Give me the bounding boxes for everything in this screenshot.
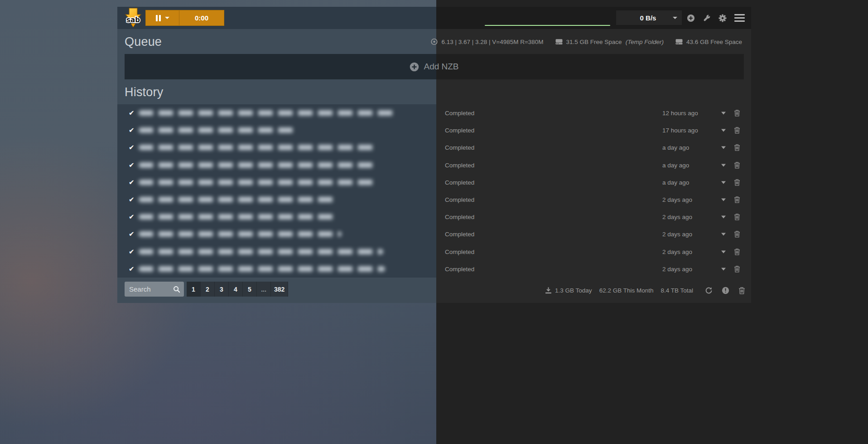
row-actions-caret-icon[interactable] — [721, 216, 726, 219]
status-dot-icon — [431, 38, 438, 45]
hdd-temp-icon — [555, 39, 563, 45]
wrench-icon[interactable] — [703, 14, 711, 22]
history-status: Completed — [445, 110, 474, 117]
row-delete-button[interactable] — [734, 144, 740, 151]
history-title: History — [125, 85, 163, 99]
queue-section-header: Queue 6.13 | 3.67 | 3.28 | V=4985M R=380… — [117, 29, 751, 54]
speed-limit-dropdown[interactable]: 0 B/s — [616, 10, 682, 25]
row-delete-button[interactable] — [734, 179, 740, 186]
queue-stats: 6.13 | 3.67 | 3.28 | V=4985M R=380M 31.5… — [431, 38, 742, 45]
history-row[interactable]: ✔ Completed 17 hours ago — [117, 122, 751, 139]
add-nzb-plus-icon[interactable] — [687, 14, 695, 22]
row-delete-button[interactable] — [734, 265, 740, 273]
pagination-page-1[interactable]: 1 — [187, 282, 201, 297]
pagination: 12345...382 — [187, 282, 288, 297]
download-name-redacted[interactable] — [139, 180, 377, 185]
top-toolbar: sab sab 0:00 0 B/s — [117, 7, 751, 29]
row-actions-caret-icon[interactable] — [721, 164, 726, 166]
speed-graph-line — [485, 25, 610, 26]
history-totals: 1.3 GB Today 62.2 GB This Month 8.4 TB T… — [545, 278, 745, 303]
completed-check-icon: ✔ — [129, 161, 135, 169]
sabnzbd-main-window: sab sab 0:00 0 B/s — [117, 7, 751, 303]
history-age: 2 days ago — [662, 248, 692, 255]
row-actions-caret-icon[interactable] — [721, 181, 726, 184]
plus-circle-icon — [410, 62, 419, 72]
total-today: 1.3 GB Today — [555, 287, 592, 294]
total-month: 62.2 GB This Month — [599, 287, 654, 294]
row-delete-button[interactable] — [734, 248, 740, 255]
pause-icon — [156, 15, 161, 21]
pagination-ellipsis: ... — [257, 282, 271, 297]
history-status: Completed — [445, 231, 474, 238]
row-delete-button[interactable] — [734, 230, 740, 238]
total-alltime: 8.4 TB Total — [661, 287, 693, 294]
history-row[interactable]: ✔ Completed a day ago — [117, 174, 751, 191]
completed-check-icon: ✔ — [129, 230, 135, 238]
row-actions-caret-icon[interactable] — [721, 129, 726, 132]
pagination-page-382[interactable]: 382 — [271, 282, 288, 297]
row-actions-caret-icon[interactable] — [721, 199, 726, 201]
history-row[interactable]: ✔ Completed a day ago — [117, 156, 751, 174]
pause-dropdown-caret-icon[interactable] — [165, 17, 169, 19]
search-input[interactable] — [125, 285, 173, 293]
history-age: a day ago — [662, 179, 689, 185]
row-actions-caret-icon[interactable] — [721, 112, 726, 115]
add-nzb-button[interactable]: Add NZB — [125, 54, 744, 79]
pagination-page-2[interactable]: 2 — [201, 282, 215, 297]
add-nzb-label: Add NZB — [424, 62, 458, 72]
row-actions-caret-icon[interactable] — [721, 250, 726, 253]
download-name-redacted[interactable] — [139, 214, 336, 220]
history-age: 2 days ago — [662, 196, 692, 203]
history-row[interactable]: ✔ Completed 12 hours ago — [117, 104, 751, 122]
pause-timer-button[interactable]: 0:00 — [179, 10, 224, 25]
history-row[interactable]: ✔ Completed 2 days ago — [117, 191, 751, 208]
history-status: Completed — [445, 127, 474, 134]
row-actions-caret-icon[interactable] — [721, 233, 726, 236]
pagination-page-3[interactable]: 3 — [215, 282, 229, 297]
download-name-redacted[interactable] — [139, 231, 342, 237]
completed-check-icon: ✔ — [129, 213, 135, 221]
row-delete-button[interactable] — [734, 213, 740, 220]
history-status: Completed — [445, 179, 474, 185]
hamburger-menu-icon[interactable] — [734, 14, 745, 22]
download-name-redacted[interactable] — [139, 145, 378, 150]
info-alert-icon[interactable] — [722, 287, 729, 294]
row-delete-button[interactable] — [734, 109, 740, 117]
history-status: Completed — [445, 214, 474, 220]
history-row[interactable]: ✔ Completed a day ago — [117, 139, 751, 156]
history-section-header: History — [117, 79, 751, 104]
row-delete-button[interactable] — [734, 196, 740, 203]
history-status: Completed — [445, 196, 474, 203]
clear-history-trash-icon[interactable] — [738, 287, 745, 294]
current-speed-label: 0 B/s — [616, 14, 673, 22]
history-age: 2 days ago — [662, 214, 692, 220]
completed-check-icon: ✔ — [129, 126, 135, 134]
pause-button[interactable] — [146, 10, 179, 25]
row-delete-button[interactable] — [734, 127, 740, 134]
toolbar-icon-group — [687, 7, 745, 29]
search-icon[interactable] — [173, 286, 180, 293]
history-row[interactable]: ✔ Completed 2 days ago — [117, 260, 751, 278]
download-name-redacted[interactable] — [139, 162, 378, 168]
download-name-redacted[interactable] — [139, 266, 385, 272]
row-actions-caret-icon[interactable] — [721, 146, 726, 149]
completed-check-icon: ✔ — [129, 265, 135, 273]
history-row[interactable]: ✔ Completed 2 days ago — [117, 243, 751, 260]
row-actions-caret-icon[interactable] — [721, 268, 726, 270]
gear-settings-icon[interactable] — [719, 14, 727, 22]
refresh-icon[interactable] — [705, 287, 713, 294]
download-name-redacted[interactable] — [139, 197, 338, 202]
download-name-redacted[interactable] — [139, 110, 397, 116]
server-stats-text: 6.13 | 3.67 | 3.28 | V=4985M R=380M — [441, 38, 543, 45]
download-name-redacted[interactable] — [139, 127, 298, 133]
history-status: Completed — [445, 265, 474, 272]
pagination-page-4[interactable]: 4 — [229, 282, 243, 297]
row-delete-button[interactable] — [734, 161, 740, 169]
history-search-box — [125, 282, 184, 297]
completed-check-icon: ✔ — [129, 248, 135, 256]
history-row[interactable]: ✔ Completed 2 days ago — [117, 225, 751, 243]
download-name-redacted[interactable] — [139, 249, 383, 254]
sabnzbd-logo[interactable]: sab sab — [124, 8, 142, 29]
pagination-page-5[interactable]: 5 — [243, 282, 257, 297]
history-row[interactable]: ✔ Completed 2 days ago — [117, 208, 751, 225]
